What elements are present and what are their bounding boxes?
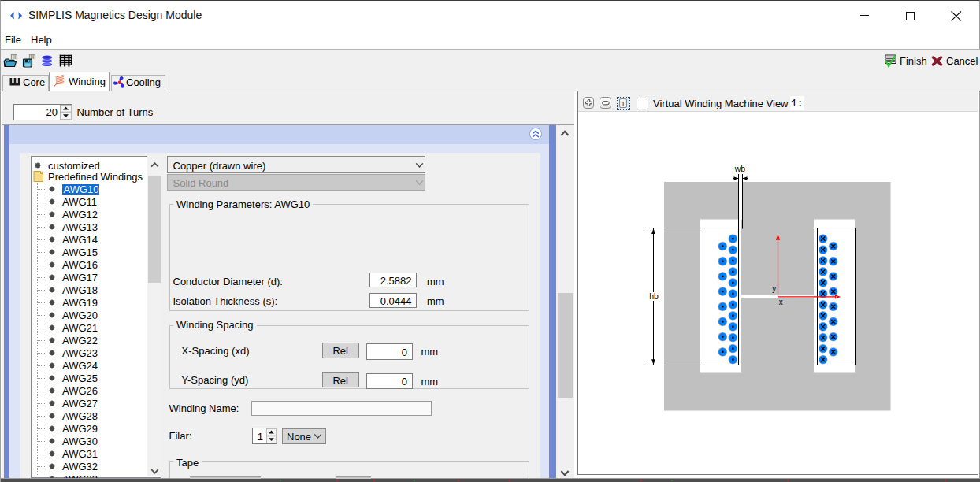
svg-text:hb: hb — [649, 291, 659, 301]
svg-text:wb: wb — [734, 164, 746, 173]
svg-text:y: y — [772, 284, 776, 293]
svg-text:x: x — [779, 298, 783, 306]
